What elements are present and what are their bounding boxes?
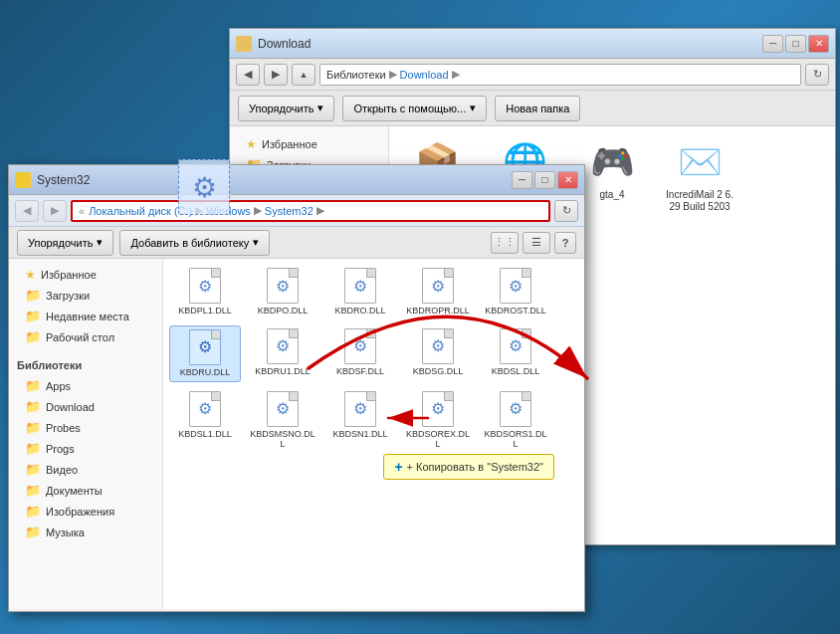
dll-kbdrost-icon: ⚙ [498, 268, 533, 304]
new-folder-button[interactable]: Новая папка [495, 96, 580, 121]
maximize-button-front[interactable]: □ [534, 171, 555, 189]
minimize-button-front[interactable]: ─ [512, 171, 532, 189]
titlebar-front: System32 ─ □ ✕ [9, 165, 584, 195]
help-button[interactable]: ? [554, 232, 576, 254]
window-back-icon [236, 36, 252, 52]
copy-plus-icon: + [394, 459, 402, 475]
sidebar-item-downloads-front[interactable]: 📁 Загрузки [9, 285, 162, 306]
folder-icon: 📁 [25, 378, 41, 393]
view-list-button[interactable]: ☰ [523, 232, 550, 254]
dll-kbdru1[interactable]: ⚙ KBDRU1.DLL [247, 325, 318, 382]
sidebar-item-progs-front[interactable]: 📁 Progs [9, 438, 162, 459]
folder-icon: 📁 [25, 483, 41, 498]
sidebar-item-apps-front[interactable]: 📁 Apps [9, 375, 162, 396]
refresh-button-back[interactable]: ↻ [805, 64, 829, 86]
dll-kbdropr-icon: ⚙ [420, 268, 456, 304]
dll-kbdsmsno-icon: ⚙ [265, 391, 301, 427]
folder-icon: 📁 [25, 420, 41, 435]
folder-icon: 📁 [25, 525, 41, 539]
dll-kbdsl-label: KBDSL.DLL [492, 366, 540, 377]
maximize-button-back[interactable]: □ [785, 35, 806, 53]
sidebar-item-video-front[interactable]: 📁 Видео [9, 459, 162, 480]
dll-kbdru-icon: ⚙ [187, 329, 223, 365]
forward-button-back[interactable]: ▶ [264, 64, 288, 86]
dll-kbdru[interactable]: ⚙ KBDRU.DLL [169, 325, 241, 382]
dll-kbdsl[interactable]: ⚙ KBDSL.DLL [480, 325, 551, 382]
folder-icon: 📁 [25, 399, 41, 414]
toolbar-front: Упорядочить ▾ Добавить в библиотеку ▾ ⋮⋮… [9, 227, 584, 259]
sidebar-item-recent-front[interactable]: 📁 Недавние места [9, 306, 162, 326]
back-button-back[interactable]: ◀ [236, 64, 260, 86]
address-bar-front: ◀ ▶ « Локальный диск (C:) ▶ Windows ▶ Sy… [9, 195, 584, 227]
close-button-front[interactable]: ✕ [557, 171, 578, 189]
incredimail-label: IncrediMail 2 6.29 Build 5203 [664, 189, 735, 213]
sidebar-item-favorites-back[interactable]: ★ Избранное [230, 134, 388, 154]
dll-kbdro[interactable]: ⚙ KBDRO.DLL [324, 265, 396, 319]
minimize-button-back[interactable]: ─ [762, 35, 783, 53]
star-icon: ★ [25, 268, 36, 282]
sidebar-item-probes-front[interactable]: 📁 Probes [9, 417, 162, 438]
titlebar-front-controls: ─ □ ✕ [512, 171, 578, 189]
sidebar-item-music-front[interactable]: 📁 Музыка [9, 522, 162, 542]
dll-kbdsg-icon: ⚙ [420, 328, 456, 364]
gta-icon: 🎮 [588, 138, 636, 186]
back-button-front[interactable]: ◀ [15, 200, 39, 222]
dll-kbdsorex-icon: ⚙ [420, 391, 456, 427]
view-details-button[interactable]: ⋮⋮ [491, 232, 519, 254]
sidebar-item-docs-front[interactable]: 📁 Документы [9, 480, 162, 501]
dll-kbdsn1-label: KBDSN1.DLL [332, 429, 387, 440]
up-button-back[interactable]: ▲ [292, 64, 315, 86]
path-download: Download [400, 69, 449, 81]
dll-kbdsg[interactable]: ⚙ KBDSG.DLL [402, 325, 474, 382]
sidebar-item-download-front[interactable]: 📁 Download [9, 396, 162, 417]
dll-kbdsl1-icon: ⚙ [187, 391, 223, 427]
gta-label: gta_4 [599, 189, 624, 201]
dll-kbdsmsno[interactable]: ⚙ KBDSMSNO.DLL [247, 388, 318, 454]
dll-drag-ghost: ⚙ [169, 159, 239, 229]
dll-kbdro-label: KBDRO.DLL [334, 306, 385, 317]
organize-button-back[interactable]: Упорядочить ▾ [238, 96, 334, 121]
close-button-back[interactable]: ✕ [808, 35, 829, 53]
dll-kbdsn1[interactable]: ⚙ KBDSN1.DLL [324, 388, 396, 454]
forward-button-front[interactable]: ▶ [43, 200, 67, 222]
dll-kbdsf-icon: ⚙ [342, 328, 378, 364]
refresh-button-front[interactable]: ↻ [554, 200, 578, 222]
dll-kbdsl1[interactable]: ⚙ KBDSL1.DLL [169, 388, 241, 454]
copy-tooltip-text: + Копировать в "System32" [407, 461, 543, 473]
dll-kbdpl1[interactable]: ⚙ KBDPL1.DLL [169, 265, 241, 319]
incredimail-icon: ✉️ [676, 138, 724, 186]
folder-icon: 📁 [25, 309, 41, 323]
dll-kbdpl1-label: KBDPL1.DLL [178, 306, 232, 317]
address-path-front[interactable]: « Локальный диск (C:) ▶ Windows ▶ System… [71, 200, 550, 222]
sidebar-front: ★ Избранное 📁 Загрузки 📁 Недавние места … [9, 259, 163, 609]
dll-kbdsf[interactable]: ⚙ KBDSF.DLL [324, 325, 396, 382]
dll-kbdsors1[interactable]: ⚙ KBDSORS1.DLL [480, 388, 551, 454]
file-item-incredimail[interactable]: ✉️ IncrediMail 2 6.29 Build 5203 [660, 134, 739, 229]
dll-kbdru-label: KBDRU.DLL [180, 367, 231, 378]
dll-kbdsorex[interactable]: ⚙ KBDSOREX.DLL [402, 388, 474, 454]
dll-kbdsg-label: KBDSG.DLL [413, 366, 464, 377]
folder-icon: 📁 [25, 462, 41, 477]
copy-tooltip: + + Копировать в "System32" [383, 454, 554, 480]
titlebar-back-controls: ─ □ ✕ [762, 35, 829, 53]
libraries-title-front: Библиотеки [9, 355, 162, 375]
dll-kbdrost[interactable]: ⚙ KBDROST.DLL [480, 265, 551, 319]
dll-kbdropr[interactable]: ⚙ KBDROPR.DLL [402, 265, 474, 319]
dll-kbdsmsno-label: KBDSMSNO.DLL [250, 429, 315, 451]
address-path-back[interactable]: Библиотеки ▶ Download ▶ [319, 64, 801, 86]
add-to-library-button[interactable]: Добавить в библиотеку ▾ [119, 230, 270, 256]
sidebar-item-images-front[interactable]: 📁 Изображения [9, 501, 162, 522]
titlebar-back-text: Download [258, 37, 762, 51]
dll-kbdru1-label: KBDRU1.DLL [255, 366, 311, 377]
sidebar-item-desktop-front[interactable]: 📁 Рабочий стол [9, 326, 162, 347]
address-bar-back: ◀ ▶ ▲ Библиотеки ▶ Download ▶ ↻ [230, 59, 835, 91]
organize-button-front[interactable]: Упорядочить ▾ [17, 230, 113, 256]
window-front-system32: System32 ─ □ ✕ ◀ ▶ « Локальный диск (C:)… [8, 164, 585, 612]
main-files-front: ⚙ KBDPL1.DLL ⚙ KBDPO.DLL ⚙ KBDRO.DLL [163, 259, 584, 609]
dll-kbdpo[interactable]: ⚙ KBDPO.DLL [247, 265, 318, 319]
titlebar-back: Download ─ □ ✕ [230, 29, 835, 59]
dll-kbdsors1-icon: ⚙ [498, 391, 533, 427]
sidebar-item-favorites-front[interactable]: ★ Избранное [9, 265, 162, 285]
open-with-button[interactable]: Открыть с помощью... ▾ [342, 96, 487, 121]
dll-kbdro-icon: ⚙ [342, 268, 378, 304]
